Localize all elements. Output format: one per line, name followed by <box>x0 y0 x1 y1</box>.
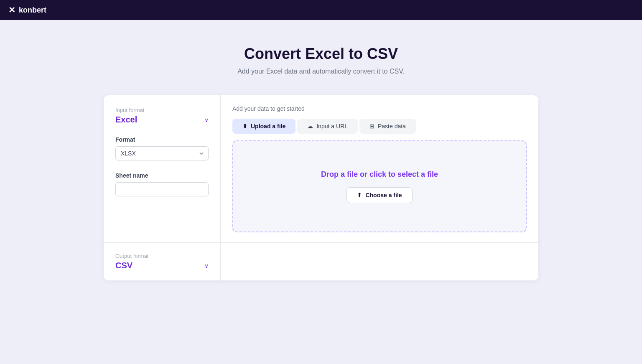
tab-upload[interactable]: ⬆ Upload a file <box>232 119 296 134</box>
input-format-label: Input format <box>115 107 209 113</box>
sheet-name-input[interactable] <box>115 182 209 196</box>
drop-zone[interactable]: Drop a file or click to select a file ⬆ … <box>232 140 527 232</box>
input-format-selector[interactable]: Excel ∨ <box>115 115 209 125</box>
upload-tab-icon: ⬆ <box>242 123 247 130</box>
tab-url[interactable]: ☁ Input a URL <box>297 119 358 134</box>
page-subtitle: Add your Excel data and automatically co… <box>237 68 405 75</box>
input-row: Input format Excel ∨ Format XLSX XLS CSV… <box>104 95 538 243</box>
output-format-chevron-icon: ∨ <box>204 262 209 269</box>
input-format-value: Excel <box>115 115 137 125</box>
input-tabs: ⬆ Upload a file ☁ Input a URL ⊞ Paste da… <box>232 119 527 134</box>
output-right-panel <box>221 243 538 280</box>
input-format-chevron-icon: ∨ <box>204 117 209 123</box>
format-field-label: Format <box>115 136 209 143</box>
converter-card: Input format Excel ∨ Format XLSX XLS CSV… <box>104 95 538 280</box>
header: ✕ konbert <box>0 0 642 20</box>
upload-tab-label: Upload a file <box>251 123 285 130</box>
url-tab-label: Input a URL <box>316 123 348 130</box>
add-data-label: Add your data to get started <box>232 105 527 112</box>
drop-text: Drop a file or click to select a file <box>321 170 438 179</box>
choose-file-button[interactable]: ⬆ Choose a file <box>346 187 412 203</box>
output-left-panel: Output format CSV ∨ <box>104 243 221 280</box>
format-select[interactable]: XLSX XLS CSV <box>115 146 209 160</box>
logo-icon: ✕ <box>8 5 15 15</box>
sheet-name-label: Sheet name <box>115 172 209 179</box>
page-title: Convert Excel to CSV <box>244 45 398 63</box>
choose-file-icon: ⬆ <box>357 192 362 199</box>
choose-file-label: Choose a file <box>365 192 402 199</box>
output-format-value: CSV <box>115 261 132 270</box>
input-right-panel: Add your data to get started ⬆ Upload a … <box>221 95 538 242</box>
main-content: Convert Excel to CSV Add your Excel data… <box>0 20 642 297</box>
output-format-selector[interactable]: CSV ∨ <box>115 261 209 270</box>
output-format-label: Output format <box>115 253 209 259</box>
paste-tab-label: Paste data <box>378 123 406 130</box>
tab-paste[interactable]: ⊞ Paste data <box>359 119 416 134</box>
logo-text: konbert <box>19 6 46 15</box>
output-row: Output format CSV ∨ <box>104 243 538 280</box>
logo[interactable]: ✕ konbert <box>8 5 46 15</box>
url-tab-icon: ☁ <box>307 123 313 130</box>
paste-tab-icon: ⊞ <box>369 123 374 130</box>
input-left-panel: Input format Excel ∨ Format XLSX XLS CSV… <box>104 95 221 242</box>
